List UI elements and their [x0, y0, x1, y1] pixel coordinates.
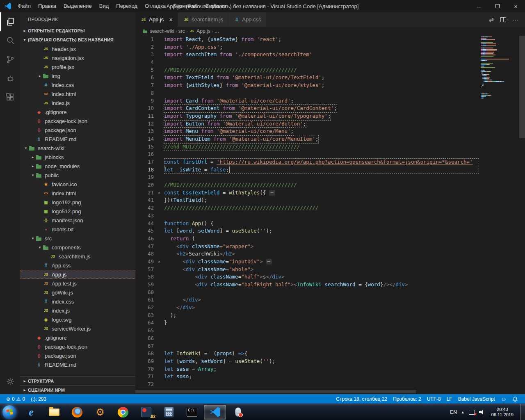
- indentation-indicator[interactable]: Пробелов: 2: [390, 396, 424, 402]
- code-line-62[interactable]: 62 </div>: [135, 304, 525, 312]
- code-line-13[interactable]: 13import Menu from '@material-ui/core/Me…: [135, 128, 525, 135]
- code-line-45[interactable]: 45let [word, setWord] = useState('');: [135, 227, 525, 235]
- code-line-59[interactable]: 59 <div className="halfRight half"><Info…: [135, 281, 525, 289]
- section-open-editors[interactable]: ▸ ОТКРЫТЫЕ РЕДАКТОРЫ: [20, 26, 135, 35]
- code-line-42[interactable]: 42//////////////////////////////////////…: [135, 204, 525, 212]
- activity-source-control[interactable]: [0, 50, 20, 69]
- tree-item-robots.txt[interactable]: ●robots.txt: [20, 225, 135, 234]
- language-mode[interactable]: Babel JavaScript: [455, 396, 498, 402]
- code-line-21[interactable]: 21›const CssTextField = withStyles({⋯: [135, 189, 525, 197]
- code-line-65[interactable]: 65: [135, 327, 525, 335]
- code-line-4[interactable]: 4: [135, 59, 525, 66]
- activity-settings[interactable]: [0, 372, 20, 391]
- code-line-8[interactable]: 8: [135, 89, 525, 97]
- tree-item-package.json[interactable]: {}package.json: [20, 351, 135, 360]
- minimap[interactable]: [480, 37, 519, 100]
- menu-item[interactable]: Отладка: [141, 0, 169, 12]
- taskbar-cmd[interactable]: C:\_: [180, 404, 203, 420]
- language-indicator[interactable]: EN: [450, 409, 457, 415]
- tree-item-logo512.png[interactable]: ▣logo512.png: [20, 207, 135, 216]
- tree-item-header.jsx[interactable]: JSheader.jsx: [20, 44, 135, 53]
- menu-item[interactable]: Правка: [34, 0, 60, 12]
- taskbar-calculator[interactable]: [158, 404, 180, 420]
- hidden-icons-chevron[interactable]: ▲: [461, 410, 465, 414]
- menu-item[interactable]: Выделение: [60, 0, 96, 12]
- code-line-66[interactable]: 66: [135, 335, 525, 342]
- tree-item-index.css[interactable]: #index.css: [20, 297, 135, 306]
- code-line-61[interactable]: 61 </div>: [135, 296, 525, 304]
- folded-region-ellipsis[interactable]: ⋯: [266, 259, 272, 265]
- notifications-bell-icon[interactable]: [509, 396, 521, 402]
- display-tray-icon[interactable]: [469, 410, 475, 415]
- breadcrumb-item[interactable]: JSApp.js: [189, 28, 210, 34]
- taskbar-hw-monitor[interactable]: .82: [135, 404, 158, 420]
- taskbar-settings[interactable]: ⚙: [89, 404, 112, 420]
- code-line-3[interactable]: 3import searchItem from './components/se…: [135, 51, 525, 59]
- code-line-49[interactable]: 49› <div className="inputDiv">⋯: [135, 258, 525, 266]
- code-line-69[interactable]: 69let [words, setWord] = useState('');: [135, 358, 525, 365]
- tree-item-img[interactable]: ▸img: [20, 71, 135, 80]
- code-line-70[interactable]: 70let sasa = Array;: [135, 365, 525, 373]
- code-line-2[interactable]: 2import './App.css';: [135, 43, 525, 51]
- section-workspace[interactable]: ▾ (РАБОЧАЯ ОБЛАСТЬ) БЕЗ НАЗВАНИЯ: [20, 35, 135, 44]
- breadcrumb-item[interactable]: src: [178, 28, 185, 34]
- code-line-19[interactable]: 19: [135, 173, 525, 181]
- breadcrumb-item[interactable]: …: [214, 28, 219, 34]
- code-line-67[interactable]: 67: [135, 342, 525, 350]
- code-line-15[interactable]: 15//end MUI/////////////////////////////…: [135, 143, 525, 151]
- code-line-16[interactable]: 16: [135, 151, 525, 158]
- minimize-button[interactable]: –: [470, 0, 488, 12]
- tree-item-package-lock.json[interactable]: {}package-lock.json: [20, 342, 135, 351]
- tree-item-App.css[interactable]: #App.css: [20, 261, 135, 270]
- tree-item-goWiki.js[interactable]: JSgoWiki.js: [20, 288, 135, 297]
- tree-item-package.json[interactable]: {}package.json: [20, 126, 135, 135]
- activity-search[interactable]: [0, 31, 20, 50]
- code-line-11[interactable]: 11import Typography from '@material-ui/c…: [135, 112, 525, 120]
- tree-item-index.css[interactable]: #index.css: [20, 80, 135, 89]
- tree-item-searchItem.js[interactable]: JSsearchItem.js: [20, 252, 135, 261]
- scrollbar-slider[interactable]: [519, 36, 525, 138]
- tree-item-jsblocks[interactable]: ▸jsblocks: [20, 153, 135, 162]
- code-line-48[interactable]: 48 <h2>SearchWiki</h2>: [135, 250, 525, 258]
- tree-item-index.html[interactable]: <>index.html: [20, 89, 135, 98]
- code-line-47[interactable]: 47 <div className="wrapper">: [135, 243, 525, 251]
- code-line-1[interactable]: 1import React, {useState} from 'react';: [135, 36, 525, 43]
- selection-counter[interactable]: (.): 293: [28, 396, 49, 402]
- tree-item-index.js[interactable]: JSindex.js: [20, 306, 135, 315]
- menu-item[interactable]: Файл: [14, 0, 34, 12]
- tree-item-components[interactable]: ▾components: [20, 243, 135, 252]
- taskbar-vscode[interactable]: [203, 404, 226, 420]
- code-line-63[interactable]: 63 );: [135, 312, 525, 320]
- maximize-button[interactable]: [488, 0, 507, 12]
- code-line-14[interactable]: 14import MenuItem from '@material-ui/cor…: [135, 135, 525, 143]
- encoding-indicator[interactable]: UTF-8: [424, 396, 444, 402]
- code-line-46[interactable]: 46 return (: [135, 235, 525, 243]
- code-line-71[interactable]: 71let soso;: [135, 373, 525, 381]
- tree-item-logo.svg[interactable]: ◈logo.svg: [20, 315, 135, 324]
- code-line-17[interactable]: 17const firstUrl = 'https://ru.wikipedia…: [135, 158, 525, 166]
- section-npm-scripts[interactable]: ▸ СЦЕНАРИИ NPM: [20, 385, 135, 394]
- taskbar-internet-explorer[interactable]: e: [20, 404, 43, 420]
- code-line-7[interactable]: 7import {withStyles} from '@material-ui/…: [135, 82, 525, 89]
- tree-item-index.html[interactable]: <>index.html: [20, 189, 135, 198]
- scrollbar-slider[interactable]: [135, 390, 416, 393]
- menu-item[interactable]: Вид: [96, 0, 113, 12]
- code-line-60[interactable]: 60: [135, 289, 525, 297]
- more-actions-icon[interactable]: ⋯: [513, 16, 518, 23]
- code-line-20[interactable]: 20//MUI/////////////////////////////////…: [135, 181, 525, 189]
- code-line-57[interactable]: 57 <div className="whole">: [135, 266, 525, 274]
- toggle-editor-group-icon[interactable]: ⇄: [489, 16, 494, 23]
- code-line-10[interactable]: 10import CardContent from '@material-ui/…: [135, 105, 525, 112]
- code-line-41[interactable]: 41})(TextField);: [135, 196, 525, 204]
- problems-indicator[interactable]: ⊘ 0 ⚠ 0: [3, 396, 28, 402]
- taskbar-chrome[interactable]: [112, 404, 135, 420]
- taskbar-firefox[interactable]: [66, 404, 89, 420]
- tree-item-profile.jsx[interactable]: JSprofile.jsx: [20, 62, 135, 71]
- section-outline[interactable]: ▸ СТРУКТУРА: [20, 376, 135, 385]
- code-line-5[interactable]: 5//MUI//////////////////////////////////…: [135, 66, 525, 74]
- tab-App.js[interactable]: JSApp.js×: [135, 12, 178, 27]
- volume-icon[interactable]: [479, 409, 485, 415]
- code-line-43[interactable]: 43: [135, 212, 525, 220]
- tree-item-favicon.ico[interactable]: ★favicon.ico: [20, 180, 135, 189]
- code-line-68[interactable]: 68let InfoWiki = (props) =>{: [135, 350, 525, 358]
